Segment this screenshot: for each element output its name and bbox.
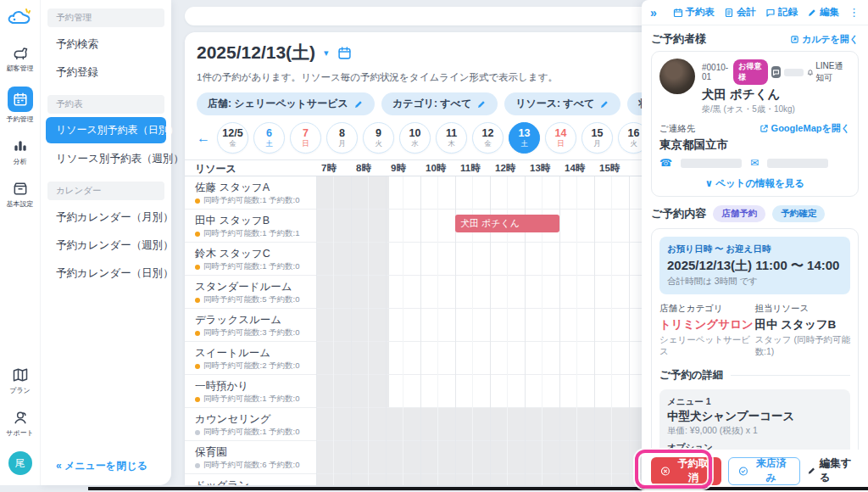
date-circle[interactable]: 7日 — [290, 122, 321, 154]
date-circle[interactable]: 8月 — [326, 122, 358, 154]
details-section-title: ご予約の詳細 — [659, 368, 724, 383]
resource-name: 鈴木 スタッフC — [195, 247, 270, 261]
app-logo[interactable] — [8, 7, 33, 29]
edit-reservation-link[interactable]: 編集する — [807, 456, 859, 485]
rail-item-reservations[interactable]: 予約管理 — [7, 87, 34, 124]
address-text: 東京都国立市 — [659, 137, 850, 153]
rail-item-support[interactable]: サポート — [6, 409, 34, 438]
record-button[interactable]: 記録 — [765, 6, 798, 19]
date-picker-icon[interactable] — [337, 46, 352, 60]
rail-item-settings[interactable]: 基本設定 — [7, 180, 34, 209]
filter-chip-label: 店舗: シェリーペットサービス — [208, 97, 348, 111]
sidebar-item-reservation-search[interactable]: 予約検索 — [41, 31, 171, 59]
user-avatar[interactable]: 尾 — [8, 451, 32, 475]
date-circle[interactable]: 6土 — [253, 122, 285, 154]
sidebar-item-calendar-weekly[interactable]: 予約カレンダー（週別） — [41, 232, 171, 260]
store-reservation-badge: 店舗予約 — [713, 205, 765, 222]
rail-item-label: 基本設定 — [7, 199, 34, 209]
schedule-button[interactable]: 予約表 — [673, 6, 715, 19]
closed-hours-block — [316, 176, 389, 209]
close-menu-link[interactable]: « メニューを閉じる — [56, 459, 147, 473]
availability-dot — [195, 430, 200, 435]
rail-item-label: サポート — [6, 428, 34, 438]
filter-chip-label: リソース: すべて — [515, 97, 594, 111]
datetime-label: お預り日時 〜 お迎え日時 — [667, 243, 843, 255]
date-circle[interactable]: 11木 — [436, 122, 467, 154]
datetime-box: お預り日時 〜 お迎え日時 2025/12/13(土) 11:00 〜 14:0… — [659, 237, 850, 294]
line-chat-icon — [771, 66, 781, 78]
menu-item-price: 単価: ¥9,000 (税抜) x 1 — [667, 425, 843, 437]
rail-item-plan[interactable]: プラン — [9, 366, 31, 395]
closed-hours-block — [316, 276, 389, 308]
sidebar-item-reservation-register[interactable]: 予約登録 — [41, 59, 171, 87]
visited-button[interactable]: 来店済み — [728, 457, 800, 485]
cancel-reservation-button[interactable]: 予約取消 — [651, 457, 721, 485]
edit-button[interactable]: 編集 — [807, 6, 839, 19]
filter-chip-store[interactable]: 店舗: シェリーペットサービス — [197, 92, 375, 115]
date-circle[interactable]: 14日 — [545, 122, 576, 154]
open-karte-link[interactable]: カルテを開く — [790, 33, 859, 46]
sidebar-item-resource-daily[interactable]: リソース別予約表（日別） — [46, 117, 166, 143]
resource-meta: 同時予約可能数:1 予約数:0 — [195, 394, 300, 405]
store-category-block: 店舗とカテゴリ トリミングサロン シェリーペットサービス — [659, 303, 755, 358]
closed-hours-block — [316, 309, 389, 341]
filter-chip-category[interactable]: カテゴリ: すべて — [381, 92, 498, 115]
resource-meta: 同時予約可能数:1 予約数:0 — [195, 427, 300, 438]
closed-hours-block — [316, 342, 389, 374]
sidebar-item-calendar-monthly[interactable]: 予約カレンダー（月別） — [41, 204, 171, 232]
reservation-detail-panel: » 予約表 会計 記録 編集 ⋮ ご予約者様 カルテを開く #0010-01 お… — [642, 0, 868, 492]
icon-rail: 顧客管理 予約管理 分析 基本設定 プラン サポート 尾 — [0, 0, 40, 485]
resource-name: 保育園 — [195, 445, 227, 460]
resource-name: スイートルーム — [195, 346, 270, 361]
resource-name: スタンダードルーム — [195, 280, 292, 294]
sidebar-item-resource-weekly[interactable]: リソース別予約表（週別） — [41, 145, 171, 173]
date-dropdown-icon[interactable]: ▾ — [324, 48, 329, 59]
hour-label: 8時 — [356, 162, 371, 175]
date-circle[interactable]: 10水 — [399, 122, 431, 154]
rail-item-label: プラン — [9, 386, 31, 395]
rail-item-analytics[interactable]: 分析 — [12, 137, 29, 166]
filter-chip-resource[interactable]: リソース: すべて — [504, 92, 620, 115]
date-circle[interactable]: 15月 — [581, 122, 613, 154]
pencil-icon — [353, 99, 364, 109]
support-icon — [12, 409, 29, 426]
availability-dot — [195, 265, 200, 270]
resource-meta: 同時予約可能数:1 予約数:0 — [195, 261, 300, 272]
date-circle[interactable]: 12金 — [472, 122, 504, 154]
resource-meta: 同時予約可能数:6 予約数:0 — [195, 460, 300, 471]
menu-item-name: 中型犬シャンプーコース — [667, 409, 843, 424]
chevron-down-icon: ∨ — [705, 177, 713, 189]
collapse-panel-button[interactable]: » — [650, 6, 657, 20]
accounting-button[interactable]: 会計 — [724, 6, 756, 19]
assigned-resource-meta: スタッフ (同時予約可能数:1) — [755, 334, 851, 358]
sidebar-section-calendar: カレンダー — [47, 182, 164, 200]
booking-block[interactable]: 犬田 ポチくん — [455, 215, 559, 232]
view-pet-info-link[interactable]: ∨ペットの情報を見る — [705, 177, 804, 190]
closed-hours-block — [316, 210, 389, 242]
availability-dot — [195, 364, 200, 369]
closed-hours-block — [316, 243, 389, 275]
sidebar-item-calendar-daily[interactable]: 予約カレンダー（日別） — [41, 260, 171, 288]
google-map-link[interactable]: GoogleMapを開く — [760, 122, 850, 135]
hour-label: 12時 — [495, 162, 515, 175]
resource-name: 一時預かり — [195, 379, 248, 394]
pet-id: #0010-01 — [702, 63, 730, 81]
date-circle-selected[interactable]: 13土 — [509, 122, 540, 154]
resource-name: カウンセリング — [195, 412, 271, 427]
hour-label: 10時 — [426, 162, 446, 175]
rail-item-label: 分析 — [14, 157, 27, 166]
panel-toolbar: » 予約表 会計 記録 編集 ⋮ — [642, 0, 868, 25]
mail-icon: ✉ — [750, 157, 759, 169]
calendar-icon — [8, 87, 33, 112]
window-bottom-edge — [88, 487, 868, 490]
pet-avatar[interactable] — [659, 59, 695, 94]
contact-label: ご連絡先 — [659, 123, 695, 135]
date-circle[interactable]: 9火 — [363, 122, 394, 154]
resource-name: デラックスルーム — [195, 313, 281, 327]
date-circle[interactable]: 12/5金 — [217, 122, 248, 154]
rail-item-customers[interactable]: 顧客管理 — [7, 44, 34, 73]
redacted-phone — [681, 159, 742, 168]
prev-dates-arrow[interactable]: ← — [197, 131, 210, 146]
more-options-icon[interactable]: ⋮ — [849, 6, 860, 19]
availability-dot — [195, 198, 200, 204]
